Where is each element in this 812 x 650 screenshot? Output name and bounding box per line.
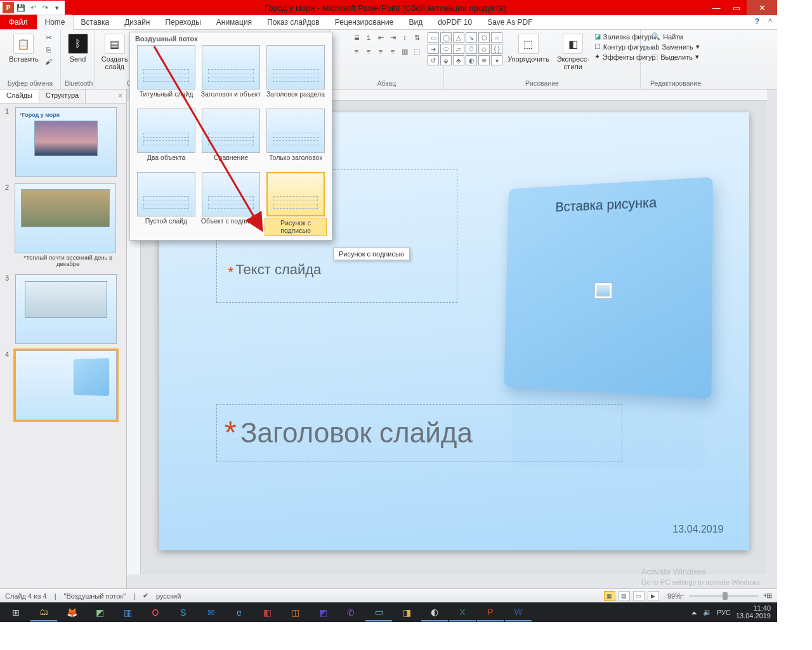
taskbar-firefox-icon[interactable]: 🦊 <box>58 604 85 621</box>
shapes-gallery[interactable]: ▭◯△↘⬠☆ ➜⬭▱⬯◇{ } ↺⬙⬘◐≋▾ <box>428 32 502 65</box>
help-icon[interactable]: ? <box>755 17 759 26</box>
taskbar-viber-icon[interactable]: ✆ <box>337 604 364 621</box>
text-direction-icon[interactable]: ⇅ <box>412 32 422 43</box>
thumbnail-3[interactable]: 3 <box>5 274 121 344</box>
bluetooth-send-button[interactable]: ᛒ Send <box>65 32 91 64</box>
thumbnail-4[interactable]: 4 <box>5 350 121 420</box>
title-bar: P 💾 ↶ ↷ ▾ Город у моря - Microsoft Power… <box>0 0 777 15</box>
taskbar-chrome-icon[interactable]: ◐ <box>421 604 448 621</box>
layout-blank[interactable]: Пустой слайд <box>135 172 197 236</box>
ribbon-collapse-icon[interactable]: ^ <box>768 17 772 26</box>
reading-view-button[interactable]: ▭ <box>633 591 645 601</box>
new-slide-button[interactable]: ▤ Создать слайд <box>99 32 131 72</box>
taskbar-skype-icon[interactable]: S <box>170 604 197 621</box>
indent-dec-icon[interactable]: ⇤ <box>376 32 386 43</box>
find-button[interactable]: 🔍Найти <box>652 32 700 41</box>
taskbar-opera-icon[interactable]: O <box>142 604 169 621</box>
close-button[interactable]: ✕ <box>747 0 777 15</box>
fill-icon: ◪ <box>594 32 601 41</box>
save-icon[interactable]: 💾 <box>16 3 26 13</box>
tray-sound-icon[interactable]: 🔉 <box>703 608 712 616</box>
layout-two-content[interactable]: Два объекта <box>135 109 197 169</box>
tray-clock[interactable]: 11:4013.04.2019 <box>736 605 771 620</box>
taskbar-excel-icon[interactable]: X <box>449 604 476 621</box>
tab-transitions[interactable]: Переходы <box>157 15 208 29</box>
normal-view-button[interactable]: ▦ <box>604 591 615 601</box>
slideshow-view-button[interactable]: ▶ <box>648 591 659 601</box>
align-right-icon[interactable]: ≡ <box>376 46 386 56</box>
taskbar-notepad-icon[interactable]: ▭ <box>365 604 392 621</box>
insert-picture-icon[interactable] <box>594 282 612 299</box>
taskbar-explorer-icon[interactable]: 🗂 <box>30 604 57 621</box>
layout-content-caption[interactable]: Объект с подписью <box>200 172 262 236</box>
zoom-level[interactable]: 99% <box>667 592 681 600</box>
align-left-icon[interactable]: ≡ <box>351 46 362 56</box>
layout-comparison[interactable]: Сравнение <box>200 109 262 169</box>
layout-picture-caption[interactable]: Рисунок с подписью <box>265 172 327 236</box>
smartart-icon[interactable]: ⬚ <box>412 46 422 56</box>
tab-saveaspdf[interactable]: Save As PDF <box>480 15 540 29</box>
layout-title-content[interactable]: Заголовок и объект <box>200 45 262 106</box>
tab-design[interactable]: Дизайн <box>117 15 157 29</box>
align-center-icon[interactable]: ≡ <box>363 46 374 56</box>
redo-icon[interactable]: ↷ <box>40 3 50 13</box>
taskbar-app3-icon[interactable]: ◧ <box>254 604 280 621</box>
indent-inc-icon[interactable]: ⇥ <box>388 32 398 43</box>
picture-placeholder[interactable]: Вставка рисунка <box>504 177 712 399</box>
layout-title-only[interactable]: Только заголовок <box>265 109 327 169</box>
tab-file[interactable]: Файл <box>0 15 37 29</box>
taskbar-app5-icon[interactable]: ◨ <box>393 604 420 621</box>
ribbon-tabs: Файл Home Вставка Дизайн Переходы Анимац… <box>0 15 777 30</box>
taskbar-mail-icon[interactable]: ✉ <box>198 604 225 621</box>
quick-styles-button[interactable]: ◧ Экспресс-стили <box>554 32 592 72</box>
tray-keyboard-layout[interactable]: РУС <box>717 609 731 616</box>
arrange-button[interactable]: ⬚ Упорядочить <box>505 32 551 64</box>
justify-icon[interactable]: ≡ <box>388 46 398 56</box>
tab-review[interactable]: Рецензирование <box>327 15 402 29</box>
format-painter-icon[interactable]: 🖌 <box>44 56 54 67</box>
tab-dopdf[interactable]: doPDF 10 <box>430 15 480 29</box>
tab-animation[interactable]: Анимация <box>209 15 259 29</box>
title-placeholder[interactable]: *Заголовок слайда <box>216 404 622 461</box>
replace-button[interactable]: abЗаменить▾ <box>652 43 700 51</box>
minimize-button[interactable]: — <box>706 0 726 15</box>
undo-icon[interactable]: ↶ <box>28 3 38 13</box>
copy-icon[interactable]: ⎘ <box>44 44 54 55</box>
thumbnail-1[interactable]: 1 *Город у моря <box>5 107 121 177</box>
tray-network-icon[interactable]: ⏶ <box>691 609 698 616</box>
taskbar-photos-icon[interactable]: ◫ <box>282 604 308 621</box>
columns-icon[interactable]: ▥ <box>400 46 410 56</box>
line-spacing-icon[interactable]: ↕ <box>400 32 410 43</box>
panel-close-icon[interactable]: × <box>114 90 126 103</box>
spellcheck-icon[interactable]: ✔ <box>143 592 148 600</box>
select-button[interactable]: ⬚Выделить▾ <box>652 53 700 61</box>
layout-title-slide[interactable]: Титульный слайд <box>135 45 197 106</box>
start-button[interactable]: ⊞ <box>3 604 29 621</box>
thumbnail-2[interactable]: 2 *Теплый почти весенний день в декабре <box>5 183 121 268</box>
zoom-slider[interactable] <box>689 595 759 597</box>
tab-insert[interactable]: Вставка <box>74 15 117 29</box>
window-title: Город у моря - Microsoft PowerPoint (Сбо… <box>65 3 706 13</box>
find-icon: 🔍 <box>652 32 660 41</box>
tab-view[interactable]: Вид <box>401 15 430 29</box>
taskbar-app-icon[interactable]: ◩ <box>86 604 113 621</box>
layout-section-header[interactable]: Заголовок раздела <box>265 45 327 106</box>
taskbar-app2-icon[interactable]: ▥ <box>114 604 141 621</box>
tab-outline[interactable]: Структура <box>39 90 86 103</box>
taskbar-app4-icon[interactable]: ◩ <box>310 604 336 621</box>
taskbar-word-icon[interactable]: W <box>505 604 532 621</box>
windows-taskbar: ⊞ 🗂 🦊 ◩ ▥ O S ✉ e ◧ ◫ ◩ ✆ ▭ ◨ ◐ X P W ⏶ … <box>0 602 777 622</box>
taskbar-powerpoint-icon[interactable]: P <box>477 604 504 621</box>
paste-button[interactable]: 📋 Вставить <box>6 32 41 64</box>
tab-slideshow[interactable]: Показ слайдов <box>259 15 327 29</box>
taskbar-edge-icon[interactable]: e <box>226 604 252 621</box>
bullets-icon[interactable]: ≣ <box>351 32 362 43</box>
qat-more-icon[interactable]: ▾ <box>52 3 62 13</box>
tab-home[interactable]: Home <box>37 15 74 30</box>
maximize-button[interactable]: ▭ <box>726 0 747 15</box>
status-language[interactable]: русский <box>156 592 181 600</box>
numbering-icon[interactable]: １ <box>363 32 374 43</box>
sorter-view-button[interactable]: ▤ <box>619 591 630 601</box>
cut-icon[interactable]: ✂ <box>44 32 54 43</box>
tab-thumbnails[interactable]: Слайды <box>0 90 39 103</box>
